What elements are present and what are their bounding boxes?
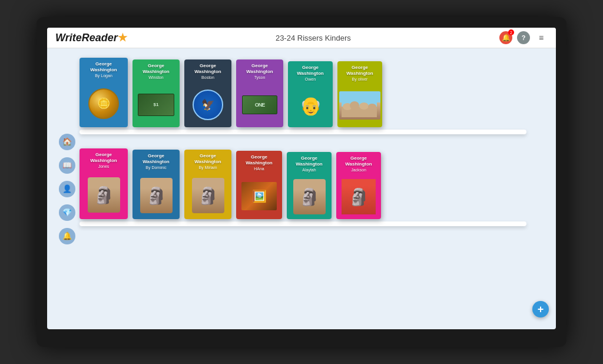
svg-point-3: [350, 101, 359, 110]
notification-bell-button[interactable]: 🔔 2: [499, 31, 512, 44]
book-title-miriam: George Washington: [187, 153, 228, 164]
book-hana[interactable]: George Washington HAna 🖼️: [236, 151, 282, 219]
book-author-owen: Owen: [305, 77, 316, 81]
sidebar-icon-gem[interactable]: 💎: [59, 204, 75, 221]
face-jones-image: 🗿: [88, 177, 120, 213]
mt-rushmore-image: [339, 91, 380, 120]
book-jones[interactable]: George Washington Jones 🗿: [79, 148, 128, 219]
face-miriam-image: 🗿: [192, 178, 224, 213]
help-button[interactable]: ?: [517, 31, 530, 44]
portrait-image-owen: 👴: [295, 88, 326, 123]
sidebar-icon-home[interactable]: 🏠: [59, 134, 75, 150]
book-tyson[interactable]: George Washington Tyson ONE: [236, 59, 283, 127]
book-author-jackson: Jackson: [351, 168, 366, 172]
book-oliver[interactable]: George Washington By oliver: [337, 61, 382, 127]
book-author-tyson: Tyson: [254, 75, 266, 80]
tv-screen: WriteReader★ 23-24 Rissers Kinders 🔔 2 ?…: [47, 28, 556, 329]
face-jackson-image: 🗿: [342, 179, 376, 214]
book-author-boston: Boston: [201, 75, 214, 80]
book-author-jones: Jones: [98, 164, 110, 168]
book-winston[interactable]: George Washington Winston $1: [132, 59, 180, 127]
sidebar: 🏠 📖 👤 💎 🔔: [59, 134, 75, 244]
book-title-logan: George Washington: [82, 61, 125, 72]
logo-star: ★: [118, 32, 127, 44]
shelf-1: George Washington By Logan 🪙 George Wash…: [79, 54, 526, 134]
dollar-bill-image: ONE: [242, 95, 277, 114]
shelf-2: George Washington Jones 🗿 George Washing…: [79, 145, 526, 226]
book-title-boston: George Washington: [187, 63, 228, 74]
seal-image: 🦅: [193, 90, 223, 120]
notification-badge: 2: [508, 29, 514, 35]
header: WriteReader★ 23-24 Rissers Kinders 🔔 2 ?…: [47, 28, 556, 48]
book-title-jackson: George Washington: [339, 155, 378, 167]
book-jackson[interactable]: George Washington Jackson 🗿: [336, 152, 381, 219]
book-title-jones: George Washington: [82, 152, 125, 163]
book-author-dominic: By Dominic: [145, 166, 166, 170]
shelf-board-1: [79, 130, 526, 134]
book-title-owen: George Washington: [291, 65, 330, 76]
coin-image: 🪙: [88, 88, 119, 119]
header-icons: 🔔 2 ? ≡: [499, 31, 548, 44]
book-miriam[interactable]: George Washington By Miriam 🗿: [184, 150, 231, 219]
dollar-image: $1: [138, 94, 174, 116]
book-title-oliver: George Washington: [340, 65, 379, 76]
book-author-miriam: By Miriam: [198, 166, 217, 170]
book-dominic[interactable]: George Washington By Dominic 🗿: [132, 150, 180, 219]
header-title: 23-24 Rissers Kinders: [127, 34, 499, 42]
svg-point-4: [359, 102, 369, 110]
logo: WriteReader★: [55, 31, 127, 44]
menu-button[interactable]: ≡: [535, 31, 548, 44]
tv-stand: [278, 340, 325, 346]
fab-button[interactable]: +: [532, 301, 549, 317]
face-alaytah-image: 🗿: [293, 179, 326, 214]
books-row-1: George Washington By Logan 🪙 George Wash…: [79, 54, 526, 127]
book-author-alaytah: Alaytah: [302, 168, 316, 172]
book-owen[interactable]: George Washington Owen 👴: [288, 61, 333, 127]
sidebar-icon-bell[interactable]: 🔔: [59, 228, 75, 244]
sidebar-icon-books[interactable]: 📖: [59, 157, 75, 174]
book-title-alaytah: George Washington: [290, 155, 329, 167]
book-author-winston: Winston: [148, 75, 163, 80]
book-logan[interactable]: George Washington By Logan 🪙: [79, 58, 128, 127]
book-author-hana: HAna: [254, 167, 264, 171]
book-title-tyson: George Washington: [239, 63, 280, 74]
books-row-2: George Washington Jones 🗿 George Washing…: [79, 145, 526, 219]
tv-frame: WriteReader★ 23-24 Rissers Kinders 🔔 2 ?…: [37, 17, 566, 347]
sidebar-icon-profile[interactable]: 👤: [59, 181, 75, 197]
face-dominic-image: 🗿: [140, 178, 173, 213]
painting-hana-image: 🖼️: [241, 182, 277, 210]
svg-point-5: [368, 104, 376, 110]
shelf-board-2: [79, 221, 526, 226]
book-title-dominic: George Washington: [135, 153, 177, 164]
book-title-winston: George Washington: [135, 63, 177, 74]
book-title-hana: George Washington: [239, 154, 279, 166]
book-author-oliver: By oliver: [352, 77, 368, 81]
book-alaytah[interactable]: George Washington Alaytah 🗿: [287, 152, 332, 219]
book-author-logan: By Logan: [95, 74, 112, 78]
main-content: 🏠 📖 👤 💎 🔔 George Washington By Logan 🪙: [47, 48, 556, 329]
book-boston[interactable]: George Washington Boston 🦅: [184, 59, 231, 127]
